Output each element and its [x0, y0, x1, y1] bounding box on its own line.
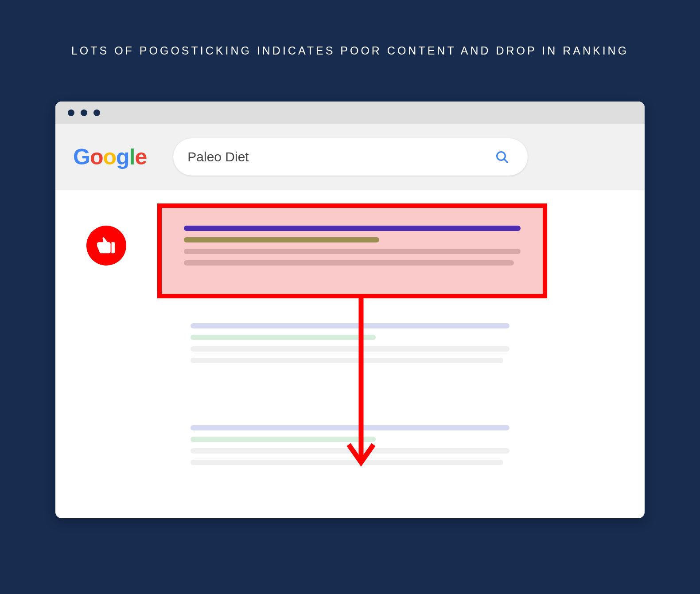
search-icon[interactable] — [495, 150, 509, 164]
google-logo-g4: g — [116, 144, 129, 170]
result-text-bar — [191, 346, 509, 352]
search-header: G o o g l e Paleo Diet — [55, 124, 645, 190]
result-url-bar — [191, 437, 376, 442]
results-area — [55, 190, 645, 217]
result-text-bar — [184, 260, 514, 266]
result-title-bar — [191, 323, 509, 328]
browser-titlebar — [55, 102, 645, 124]
result-block-2 — [191, 323, 509, 363]
browser-window: G o o g l e Paleo Diet — [55, 102, 645, 518]
highlighted-result — [157, 203, 547, 298]
result-title-bar — [184, 226, 521, 231]
svg-line-1 — [504, 159, 507, 162]
window-dot-1 — [68, 109, 74, 116]
result-text-bar — [191, 448, 509, 453]
search-input[interactable]: Paleo Diet — [173, 138, 528, 176]
result-text-bar — [184, 249, 521, 254]
window-dot-3 — [93, 109, 100, 116]
google-logo-g2: o — [90, 144, 103, 170]
search-query-text: Paleo Diet — [187, 149, 249, 164]
thumbs-down-icon — [86, 226, 126, 266]
google-logo-g5: l — [129, 144, 135, 170]
result-block-3 — [191, 425, 509, 465]
result-title-bar — [191, 425, 509, 430]
window-dot-2 — [81, 109, 87, 116]
google-logo: G o o g l e — [73, 144, 147, 170]
result-url-bar — [191, 335, 376, 340]
result-text-bar — [191, 358, 503, 363]
diagram-title: LOTS OF POGOSTICKING INDICATES POOR CONT… — [71, 44, 629, 57]
result-url-bar — [184, 237, 379, 242]
google-logo-g1: G — [73, 144, 90, 170]
google-logo-g3: o — [103, 144, 116, 170]
result-text-bar — [191, 460, 503, 465]
google-logo-g6: e — [135, 144, 147, 170]
